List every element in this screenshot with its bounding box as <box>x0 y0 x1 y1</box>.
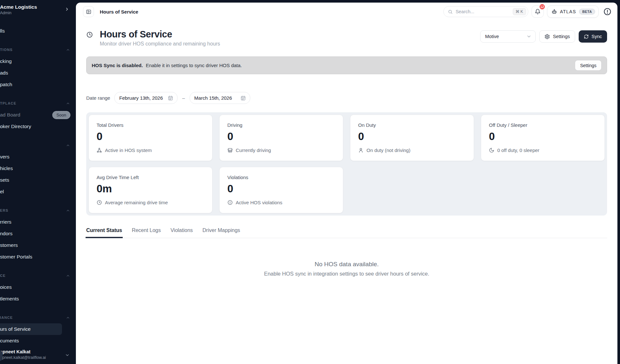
stat-caption: Currently driving <box>236 147 271 153</box>
chevron-up-icon <box>66 101 70 106</box>
calendar-icon <box>168 96 173 101</box>
sidebar-item-fuel[interactable]: el <box>0 186 76 197</box>
sidebar-item-vendors[interactable]: ndors <box>0 228 76 239</box>
sidebar-item-label: el <box>0 189 4 195</box>
stat-card-off-duty: Off Duty / Sleeper 0 0 off duty, 0 sleep… <box>481 115 605 161</box>
tab-recent-logs[interactable]: Recent Logs <box>132 228 161 238</box>
sidebar-item-label: stomers <box>0 242 18 248</box>
sidebar-section-fleet[interactable] <box>0 139 76 151</box>
sidebar-item-label: ndors <box>0 231 13 237</box>
search-icon <box>448 9 453 14</box>
sidebar-item-tracking[interactable]: cking <box>0 56 76 67</box>
main-panel: Hours of Service ⌘ K 12 ATLAS <box>76 3 617 364</box>
end-date-field[interactable]: March 15th, 2026 <box>190 92 250 104</box>
sidebar-item-label: oices <box>0 284 12 290</box>
empty-state-subtitle: Enable HOS sync in integration settings … <box>86 271 607 277</box>
sidebar-item-hours-of-service[interactable]: urs of Service <box>0 323 62 335</box>
settings-button-label: Settings <box>553 34 570 39</box>
tab-violations[interactable]: Violations <box>170 228 193 238</box>
settings-button[interactable]: Settings <box>539 30 575 43</box>
sidebar-section-compliance[interactable]: IANCE <box>0 312 76 323</box>
sidebar-item-drivers[interactable]: vers <box>0 151 76 163</box>
sidebar-item-label: urs of Service <box>0 326 31 332</box>
search-input[interactable] <box>456 9 510 14</box>
network-icon <box>97 147 102 153</box>
tab-current-status[interactable]: Current Status <box>86 228 122 238</box>
sidebar-section-marketplace[interactable]: TPLACE <box>0 97 76 109</box>
org-switcher[interactable]: Acme Logistics Admin <box>0 0 76 15</box>
date-range-label: Date range <box>86 95 110 101</box>
chevron-up-icon <box>66 208 70 213</box>
stat-label: Off Duty / Sleeper <box>489 122 597 128</box>
sidebar-item-load-board[interactable]: ad Board Soon <box>0 109 76 121</box>
stat-value: 0 <box>489 131 597 142</box>
section-label: TPLACE <box>0 101 16 105</box>
gear-icon <box>544 34 550 39</box>
topbar: Hours of Service ⌘ K 12 ATLAS <box>76 3 617 21</box>
sidebar-section-finance[interactable]: CE <box>0 270 76 281</box>
end-date-value: March 15th, 2026 <box>194 95 232 101</box>
stat-caption: 0 off duty, 0 sleeper <box>497 147 539 153</box>
sidebar-item-carriers[interactable]: rriers <box>0 216 76 228</box>
stat-label: Avg Drive Time Left <box>97 175 204 180</box>
stat-value: 0 <box>227 183 335 194</box>
truck-icon <box>227 147 233 153</box>
sidebar-item-loads[interactable]: ads <box>0 67 76 79</box>
sidebar-nav: lls TIONS cking ads patch TPLACE ad Boar… <box>0 25 76 347</box>
sidebar-item-settlements[interactable]: tlements <box>0 293 76 305</box>
tab-driver-mappings[interactable]: Driver Mappings <box>202 228 240 238</box>
sidebar-toggle-button[interactable] <box>83 6 94 17</box>
stat-caption: Active HOS violations <box>236 200 282 205</box>
sidebar-item-label: cking <box>0 58 12 64</box>
soon-badge: Soon <box>52 111 70 119</box>
stat-card-on-duty: On Duty 0 On duty (not driving) <box>350 115 474 161</box>
stat-label: Total Drivers <box>97 122 204 128</box>
alert-circle-icon <box>603 7 612 16</box>
atlas-button[interactable]: ATLAS BETA <box>547 5 599 18</box>
stat-caption: On duty (not driving) <box>367 147 410 153</box>
stat-caption: Average remaining drive time <box>105 200 168 205</box>
sidebar-item-calls[interactable]: lls <box>0 25 76 37</box>
sidebar-item-label: stomer Portals <box>0 254 32 260</box>
sidebar-item-label: vers <box>0 154 9 160</box>
section-label: ERS <box>0 208 8 212</box>
notifications-button[interactable]: 12 <box>532 5 544 18</box>
search-bar[interactable]: ⌘ K <box>443 6 528 17</box>
sync-button[interactable]: Sync <box>579 30 607 43</box>
stat-card-driving: Driving 0 Currently driving <box>219 115 343 161</box>
sidebar-item-assets[interactable]: sets <box>0 174 76 186</box>
sidebar-item-vehicles[interactable]: hicles <box>0 163 76 174</box>
sidebar-item-customers[interactable]: stomers <box>0 239 76 251</box>
sidebar-item-broker-directory[interactable]: oker Directory <box>0 121 76 132</box>
stats-container: Total Drivers 0 Active in HOS system Dri… <box>86 112 607 216</box>
sidebar-section-partners[interactable]: ERS <box>0 205 76 216</box>
chevron-right-icon <box>65 7 69 12</box>
moon-icon <box>489 147 494 153</box>
chevron-up-icon <box>66 274 70 278</box>
sidebar-item-customer-portals[interactable]: stomer Portals <box>0 251 76 263</box>
stat-card-avg-drive-time: Avg Drive Time Left 0m Average remaining… <box>88 167 212 213</box>
provider-select[interactable]: Motive <box>480 30 536 43</box>
user-icon <box>358 147 364 153</box>
sidebar-item-invoices[interactable]: oices <box>0 281 76 293</box>
help-button[interactable] <box>603 7 612 16</box>
sidebar-item-documents[interactable]: cuments <box>0 335 76 347</box>
sidebar-section-operations[interactable]: TIONS <box>0 44 76 56</box>
start-date-field[interactable]: February 13th, 2026 <box>114 92 178 104</box>
sidebar-item-dispatch[interactable]: patch <box>0 79 76 90</box>
section-label: TIONS <box>0 48 13 52</box>
banner-settings-button[interactable]: Settings <box>575 60 602 71</box>
calendar-icon <box>241 96 246 101</box>
stat-value: 0 <box>358 131 466 142</box>
user-email: apneet.kalkat@trailflow.ai <box>0 355 76 360</box>
stat-value: 0 <box>97 131 204 142</box>
user-menu[interactable]: apneet Kalkat apneet.kalkat@trailflow.ai <box>0 348 76 364</box>
banner-message: Enable it in settings to sync driver HOS… <box>146 63 242 68</box>
page-header-left: Hours of Service Monitor driver HOS comp… <box>86 29 220 47</box>
section-label: IANCE <box>0 316 13 319</box>
sidebar-item-label: ad Board <box>0 112 20 118</box>
empty-state-title: No HOS data available. <box>86 261 607 268</box>
stat-label: Driving <box>227 122 335 128</box>
stat-card-violations: Violations 0 Active HOS violations <box>219 167 343 213</box>
tab-bar: Current Status Recent Logs Violations Dr… <box>86 228 607 238</box>
